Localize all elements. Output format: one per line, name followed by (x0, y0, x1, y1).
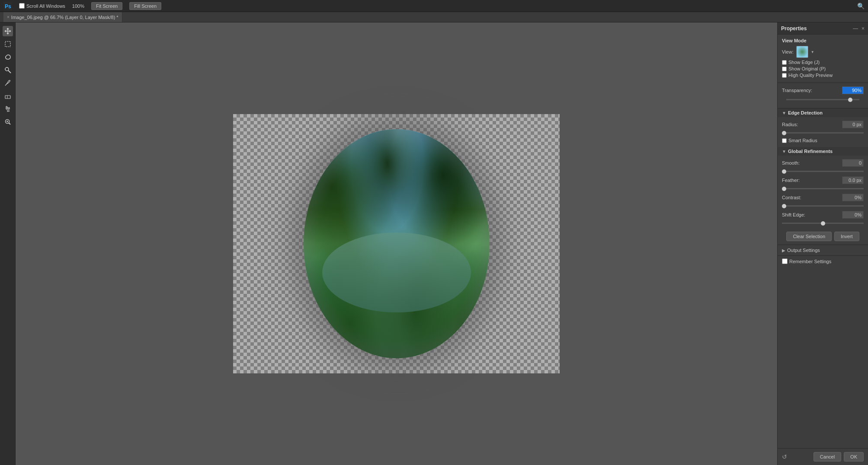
shift-edge-input[interactable] (842, 211, 864, 219)
top-right-controls: 🔍 (857, 0, 865, 12)
show-original-label: Show Original (P) (788, 66, 826, 71)
remember-settings-row: Remember Settings (778, 255, 868, 267)
lasso-tool[interactable] (3, 52, 13, 62)
svg-line-10 (9, 123, 10, 124)
smart-radius-checkbox[interactable] (782, 138, 787, 143)
smooth-slider-container (778, 168, 868, 173)
view-thumbnail-inner (797, 46, 808, 57)
feather-label: Feather: (782, 178, 800, 183)
radius-slider-container (778, 129, 868, 134)
remember-settings-checkbox[interactable] (782, 258, 788, 264)
feather-slider[interactable] (782, 188, 864, 189)
scroll-all-windows-group: Scroll All Windows (19, 3, 65, 9)
show-edge-label: Show Edge (J) (788, 60, 820, 65)
svg-text:Ps: Ps (5, 3, 11, 10)
show-edge-row: Show Edge (J) (782, 60, 864, 65)
smooth-slider[interactable] (782, 171, 864, 172)
transparency-slider[interactable] (786, 99, 859, 100)
hand-tool[interactable] (3, 104, 13, 114)
fit-screen-button[interactable]: Fit Screen (91, 2, 122, 10)
main-area: Properties — × View Mode View: ▼ Show Ed… (0, 22, 868, 465)
ok-button[interactable]: OK (844, 452, 864, 462)
rectangle-select-tool[interactable] (3, 39, 13, 49)
svg-line-3 (8, 70, 11, 73)
tab-close-icon[interactable]: × (7, 15, 10, 19)
panel-close-icon[interactable]: × (862, 25, 865, 32)
brush-tool[interactable] (3, 78, 13, 88)
feather-slider-container (778, 185, 868, 190)
canvas-container (233, 114, 560, 373)
show-edge-checkbox[interactable] (782, 60, 787, 65)
smooth-input[interactable] (842, 159, 864, 167)
contrast-slider-container (778, 202, 868, 207)
contrast-row: Contrast: (778, 194, 868, 201)
panel-header: Properties — × (778, 22, 868, 35)
zoom-tool[interactable] (3, 117, 13, 127)
output-settings-arrow: ▶ (782, 248, 785, 253)
global-refinements-collapse-arrow: ▼ (782, 149, 786, 154)
radius-slider[interactable] (782, 132, 864, 134)
transparency-slider-container (782, 96, 864, 101)
cancel-button[interactable]: Cancel (814, 452, 841, 462)
tab-filename: Image_06.jpeg @ 66.7% (Layer 0, Layer Ma… (11, 15, 119, 20)
contrast-label: Contrast: (782, 195, 801, 200)
edge-detection-section: ▼ Edge Detection Radius: Smart Radius (778, 108, 868, 147)
shift-edge-label: Shift Edge: (782, 212, 805, 217)
edge-detection-label: Edge Detection (788, 110, 823, 115)
radius-label: Radius: (782, 122, 798, 127)
tab-image: × Image_06.jpeg @ 66.7% (Layer 0, Layer … (3, 12, 122, 22)
radius-input[interactable] (842, 121, 864, 128)
shift-edge-slider-container (778, 220, 868, 225)
high-quality-label: High Quality Preview (788, 73, 833, 78)
smart-radius-label: Smart Radius (788, 138, 817, 143)
menubar: Ps Scroll All Windows 100% Fit Screen Fi… (0, 0, 868, 12)
canvas-area (16, 22, 777, 465)
footer-buttons: Cancel OK (814, 452, 864, 462)
app-logo: Ps (3, 2, 12, 10)
panel-header-icons: — × (853, 25, 865, 32)
panel-collapse-icon[interactable]: — (853, 25, 858, 32)
global-refinements-header[interactable]: ▼ Global Refinements (778, 147, 868, 156)
view-dropdown-arrow[interactable]: ▼ (811, 50, 814, 54)
footer-icons: ↺ (782, 453, 787, 460)
smooth-row: Smooth: (778, 159, 868, 167)
clear-selection-button[interactable]: Clear Selection (786, 232, 832, 241)
feather-row: Feather: (778, 176, 868, 184)
show-original-checkbox[interactable] (782, 67, 787, 71)
eraser-tool[interactable] (3, 91, 13, 101)
remember-settings-label: Remember Settings (789, 259, 831, 264)
search-icon[interactable]: 🔍 (857, 3, 865, 10)
action-buttons-row: Clear Selection Invert (778, 228, 868, 245)
contrast-slider[interactable] (782, 205, 864, 207)
output-settings-row[interactable]: ▶ Output Settings (778, 245, 868, 255)
feather-input[interactable] (842, 176, 864, 184)
high-quality-row: High Quality Preview (782, 73, 864, 78)
high-quality-checkbox[interactable] (782, 73, 787, 78)
scroll-all-windows-checkbox[interactable] (19, 3, 25, 9)
shift-edge-row: Shift Edge: (778, 211, 868, 219)
view-thumbnail[interactable] (796, 46, 808, 58)
view-row: View: ▼ (782, 46, 864, 58)
tabbar: × Image_06.jpeg @ 66.7% (Layer 0, Layer … (0, 12, 868, 22)
shift-edge-slider[interactable] (782, 223, 864, 224)
svg-rect-7 (5, 96, 10, 99)
svg-point-4 (5, 67, 9, 71)
transparency-input[interactable] (842, 86, 864, 94)
global-refinements-label: Global Refinements (788, 149, 833, 154)
view-mode-section: View Mode View: ▼ Show Edge (J) Show Ori… (778, 35, 868, 83)
canvas-image-wrapper (233, 114, 560, 373)
fill-screen-button[interactable]: Fill Screen (129, 2, 161, 10)
transparency-section: Transparency: (778, 83, 868, 108)
move-tool[interactable] (3, 26, 13, 36)
panel-title: Properties (781, 25, 807, 32)
oval-image (304, 129, 490, 358)
view-mode-label: View Mode (782, 38, 864, 43)
radius-row: Radius: (778, 121, 868, 128)
magic-wand-tool[interactable] (3, 65, 13, 75)
reset-icon[interactable]: ↺ (782, 453, 787, 460)
invert-button[interactable]: Invert (834, 232, 859, 241)
contrast-input[interactable] (842, 194, 864, 201)
edge-detection-header[interactable]: ▼ Edge Detection (778, 108, 868, 117)
scroll-all-windows-label: Scroll All Windows (26, 3, 65, 9)
view-field-label: View: (782, 49, 794, 54)
